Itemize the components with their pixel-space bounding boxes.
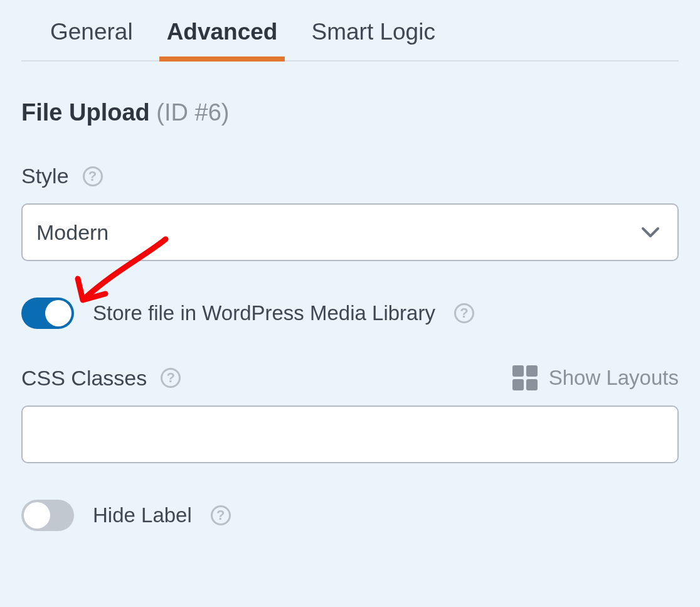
help-icon[interactable]: ? <box>211 505 231 525</box>
section-title-text: File Upload <box>21 99 150 126</box>
tab-general[interactable]: General <box>43 11 141 60</box>
section-id: (ID #6) <box>156 99 229 126</box>
style-label: Style <box>21 164 69 188</box>
style-select[interactable]: Modern <box>21 203 679 261</box>
media-library-toggle[interactable] <box>21 298 74 329</box>
section-title: File Upload (ID #6) <box>21 99 679 126</box>
css-classes-input[interactable] <box>21 406 679 463</box>
show-layouts-label: Show Layouts <box>549 366 679 390</box>
css-classes-field: CSS Classes ? Show Layouts <box>21 365 679 463</box>
media-library-label: Store file in WordPress Media Library <box>93 301 435 325</box>
hide-label-row: Hide Label ? <box>21 500 679 531</box>
help-icon[interactable]: ? <box>454 303 474 323</box>
style-select-value: Modern <box>36 220 109 245</box>
chevron-down-icon <box>641 226 660 239</box>
hide-label-label: Hide Label <box>93 503 192 527</box>
css-classes-label: CSS Classes <box>21 366 147 390</box>
settings-tabs: General Advanced Smart Logic <box>21 11 679 62</box>
grid-icon <box>512 365 538 390</box>
tab-smart-logic[interactable]: Smart Logic <box>304 11 442 60</box>
tab-advanced[interactable]: Advanced <box>159 11 285 60</box>
show-layouts-button[interactable]: Show Layouts <box>512 365 679 390</box>
help-icon[interactable]: ? <box>83 166 103 186</box>
media-library-row: Store file in WordPress Media Library ? <box>21 298 679 329</box>
help-icon[interactable]: ? <box>161 368 181 388</box>
hide-label-toggle[interactable] <box>21 500 74 531</box>
style-field: Style ? Modern <box>21 164 679 261</box>
